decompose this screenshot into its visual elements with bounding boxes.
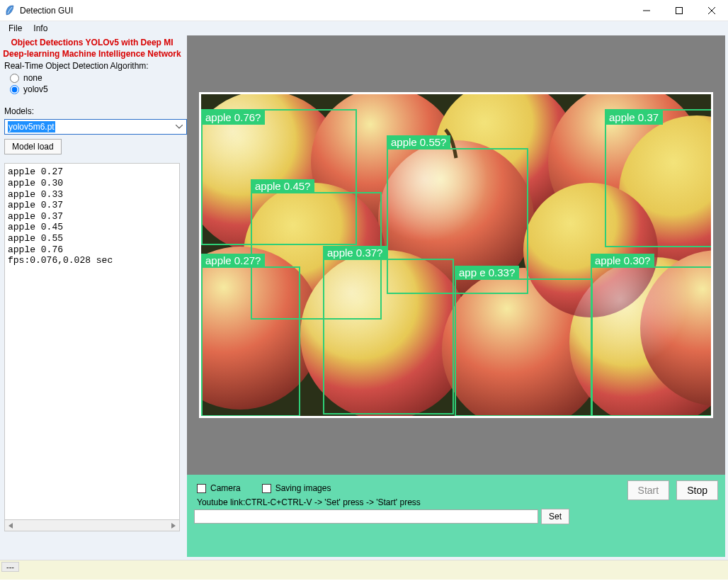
model-select-value: yolov5m6.pt [8, 121, 55, 132]
apples-background [201, 94, 711, 416]
checkbox-icon [197, 484, 206, 493]
stop-button[interactable]: Stop [676, 480, 718, 500]
start-button[interactable]: Start [627, 480, 670, 500]
scroll-left-icon[interactable] [6, 521, 16, 531]
model-load-button[interactable]: Model load [4, 139, 62, 154]
statusbar: --- [0, 560, 728, 580]
radio-none[interactable]: none [0, 72, 184, 84]
chevron-down-icon [174, 121, 185, 132]
maximize-button[interactable] [663, 0, 695, 21]
menu-info[interactable]: Info [28, 23, 53, 34]
minimize-button[interactable] [630, 0, 663, 21]
radio-none-input[interactable] [10, 74, 19, 83]
window-title: Detection GUI [20, 6, 73, 16]
app-heading: Object Detections YOLOv5 with Deep MI De… [0, 35, 184, 60]
saving-checkbox[interactable]: Saving images [262, 483, 331, 493]
radio-yolov5-input[interactable] [10, 85, 19, 94]
heading-line2: Deep-learning Machine Intelligence Netwo… [3, 48, 181, 60]
algo-label: Real-Time Object Detection Algorithm: [0, 60, 184, 72]
controls-panel: Camera Saving images Youtube link:CTRL-C… [187, 475, 725, 557]
right-panel: apple 0.76?apple 0.37apple 0.55?apple 0.… [184, 35, 728, 560]
scroll-right-icon[interactable] [169, 521, 178, 531]
youtube-input[interactable] [194, 509, 538, 524]
svg-point-20 [300, 250, 470, 416]
app-icon [4, 5, 16, 16]
set-button[interactable]: Set [541, 509, 569, 524]
menu-file[interactable]: File [3, 23, 28, 34]
client-area: Object Detections YOLOv5 with Deep MI De… [0, 35, 728, 560]
close-button[interactable] [695, 0, 728, 21]
left-panel: Object Detections YOLOv5 with Deep MI De… [0, 35, 184, 560]
saving-label: Saving images [275, 483, 331, 493]
menubar: File Info [0, 21, 728, 35]
heading-line1: Object Detections YOLOv5 with Deep MI [3, 37, 181, 48]
models-label: Models: [0, 105, 184, 118]
camera-label: Camera [210, 483, 241, 493]
log-scrollbar[interactable] [4, 520, 180, 531]
radio-yolov5[interactable]: yolov5 [0, 84, 184, 95]
radio-yolov5-label: yolov5 [23, 84, 48, 94]
preview-area: apple 0.76?apple 0.37apple 0.55?apple 0.… [187, 35, 725, 475]
preview-image: apple 0.76?apple 0.37apple 0.55?apple 0.… [199, 92, 713, 418]
status-text: --- [1, 562, 19, 572]
checkbox-icon [262, 484, 271, 493]
titlebar: Detection GUI [0, 0, 728, 21]
model-select[interactable]: yolov5m6.pt [4, 119, 187, 135]
camera-checkbox[interactable]: Camera [197, 483, 241, 493]
log-output[interactable]: apple 0.27 apple 0.30 apple 0.33 apple 0… [4, 163, 180, 520]
radio-none-label: none [23, 73, 42, 83]
svg-rect-1 [676, 7, 683, 13]
